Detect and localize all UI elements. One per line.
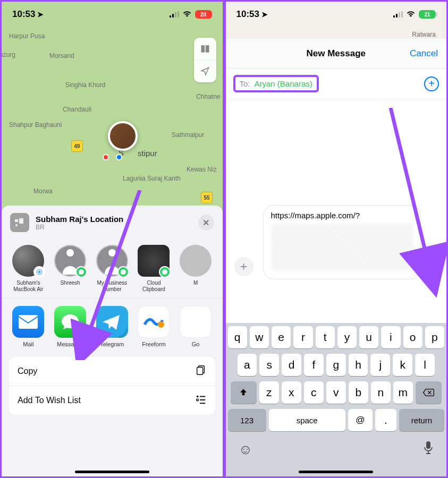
key-backspace[interactable] [416, 381, 442, 404]
cellular-signal-icon [393, 11, 403, 18]
svg-point-8 [158, 321, 164, 328]
location-card-icon [10, 213, 29, 232]
share-app-messages[interactable]: Messages [54, 306, 87, 347]
route-badge: 55 [201, 192, 213, 203]
key-c[interactable]: c [304, 381, 324, 404]
key-123[interactable]: 123 [228, 409, 266, 431]
whatsapp-badge-icon [117, 266, 129, 278]
key-x[interactable]: x [282, 381, 301, 404]
key-n[interactable]: n [371, 381, 391, 404]
map-label: stipur [138, 149, 157, 158]
key-h[interactable]: h [349, 354, 368, 376]
contact-label: Shreesh [60, 280, 80, 286]
svg-rect-10 [197, 368, 202, 375]
map-label: a Buzurg [0, 51, 15, 58]
key-t[interactable]: t [316, 326, 335, 348]
keyboard-row-4: 123 space @ . return [228, 409, 445, 431]
share-sheet-header: Subham Raj's Location BR ✕ [2, 208, 223, 240]
location-pin-icon [103, 154, 109, 160]
svg-rect-17 [426, 441, 430, 449]
key-d[interactable]: d [282, 354, 301, 376]
map-controls [194, 38, 216, 82]
wishlist-action[interactable]: Add To Wish List [9, 386, 215, 415]
map-layers-button[interactable] [194, 38, 216, 60]
share-app-telegram[interactable]: Telegram [96, 306, 128, 347]
map-label: Lagunia Suraj Kanth [123, 175, 181, 182]
add-contact-button[interactable]: + [424, 76, 439, 91]
key-f[interactable]: f [304, 354, 324, 376]
app-label: Go [192, 341, 200, 347]
map-label: Harpur Pusa [9, 32, 45, 40]
battery-level: 20 [195, 10, 212, 19]
status-time: 10:53 [12, 9, 35, 20]
status-bar: 10:53 ➤ 20 [2, 2, 223, 27]
share-app-mail[interactable]: Mail [12, 306, 45, 347]
recipient-name: Aryan (Banaras) [255, 79, 312, 88]
airdrop-contact[interactable]: Cloud Clipboard [138, 245, 170, 293]
key-a[interactable]: a [238, 354, 257, 376]
key-space[interactable]: space [269, 409, 345, 431]
whatsapp-badge-icon [159, 266, 171, 278]
key-l[interactable]: l [415, 354, 435, 376]
airdrop-contacts-row: Subham's MacBook Air Shreesh My Business… [2, 240, 223, 298]
key-z[interactable]: z [259, 381, 279, 404]
airdrop-contact[interactable]: My Business Number [96, 245, 128, 293]
cancel-button[interactable]: Cancel [410, 48, 438, 59]
contact-label: Cloud Clipboard [138, 280, 170, 293]
key-u[interactable]: u [359, 326, 378, 348]
current-location-dot [116, 154, 122, 160]
app-label: Messages [57, 341, 83, 347]
battery-level: 21 [419, 10, 436, 19]
contact-label: My Business Number [96, 280, 128, 293]
airdrop-contact[interactable]: Shreesh [54, 245, 87, 293]
key-q[interactable]: q [228, 326, 247, 348]
key-w[interactable]: w [250, 326, 269, 348]
key-e[interactable]: e [272, 326, 291, 348]
key-b[interactable]: b [349, 381, 368, 404]
key-return[interactable]: return [399, 409, 444, 431]
key-k[interactable]: k [393, 354, 412, 376]
close-button[interactable]: ✕ [198, 215, 214, 231]
key-p[interactable]: p [425, 326, 444, 348]
action-label: Copy [18, 366, 37, 376]
new-message-screen: Ratwara 10:53 ➤ 21 New Message Cancel To… [224, 0, 449, 478]
svg-point-11 [196, 396, 198, 398]
add-attachment-button[interactable]: + [234, 257, 253, 276]
key-j[interactable]: j [370, 354, 390, 376]
map-label: Kewas Niz [187, 166, 217, 173]
wifi-icon [406, 11, 416, 18]
list-icon [195, 394, 207, 407]
emoji-button[interactable]: ☺ [239, 441, 253, 458]
recipient-row[interactable]: To: Aryan (Banaras) + [226, 69, 447, 99]
dictation-button[interactable] [423, 441, 434, 458]
key-i[interactable]: i [381, 326, 400, 348]
map-locate-button[interactable] [194, 60, 216, 82]
message-compose-area: + https://maps.apple.com/? [226, 99, 447, 288]
share-app-freeform[interactable]: Freeform [138, 306, 170, 347]
share-title: Subham Raj's Location [36, 215, 192, 224]
status-time: 10:53 [236, 9, 259, 20]
key-m[interactable]: m [393, 381, 413, 404]
user-location-pin[interactable] [108, 121, 138, 151]
key-at[interactable]: @ [348, 409, 373, 431]
home-indicator[interactable] [75, 471, 149, 473]
home-indicator[interactable] [299, 471, 373, 473]
message-link-text: https://maps.apple.com/? [271, 211, 413, 220]
key-s[interactable]: s [259, 354, 279, 376]
message-input[interactable]: https://maps.apple.com/? [263, 205, 421, 279]
key-v[interactable]: v [326, 381, 346, 404]
key-dot[interactable]: . [375, 409, 396, 431]
location-services-icon: ➤ [261, 10, 268, 19]
app-label: Mail [23, 341, 33, 347]
airdrop-contact[interactable]: M [180, 245, 212, 293]
key-shift[interactable] [231, 381, 257, 404]
key-o[interactable]: o [403, 326, 422, 348]
battery-icon: 21 [419, 10, 436, 19]
copy-action[interactable]: Copy [9, 357, 215, 386]
key-y[interactable]: y [337, 326, 357, 348]
send-button[interactable] [422, 260, 439, 277]
key-g[interactable]: g [326, 354, 346, 376]
key-r[interactable]: r [293, 326, 312, 348]
airdrop-contact[interactable]: Subham's MacBook Air [12, 245, 45, 293]
share-app-more[interactable]: Go [180, 306, 212, 347]
